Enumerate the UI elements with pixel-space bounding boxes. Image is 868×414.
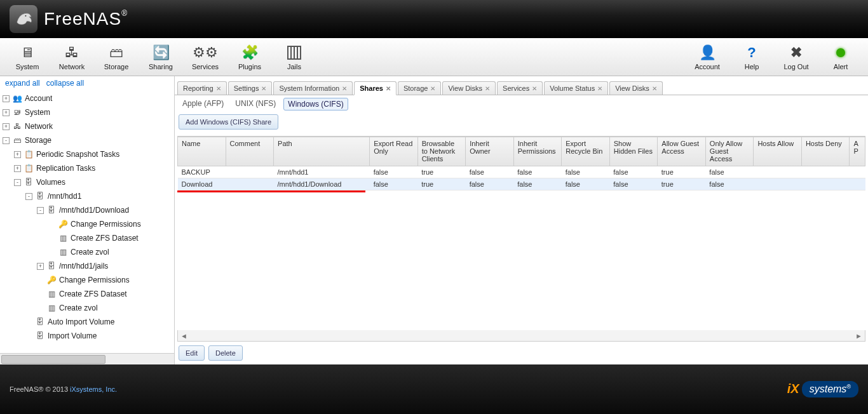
tab-view-disks[interactable]: View Disks✕ xyxy=(609,81,663,95)
tab-view-disks[interactable]: View Disks✕ xyxy=(442,81,496,95)
logout-button[interactable]: ✖Log Out xyxy=(774,41,818,74)
expand-icon[interactable]: + xyxy=(3,95,10,102)
jails-button[interactable]: Jails xyxy=(272,41,316,74)
tab-system-information[interactable]: System Information✕ xyxy=(273,81,353,95)
expand-icon[interactable]: + xyxy=(14,165,21,172)
tree-node[interactable]: ▥Create zvol xyxy=(3,245,174,259)
tree-node[interactable]: 🗄Auto Import Volume xyxy=(3,315,174,329)
tab-settings[interactable]: Settings✕ xyxy=(228,81,273,95)
column-header[interactable]: Hosts Allow xyxy=(754,137,802,166)
column-header[interactable]: Comment xyxy=(226,137,274,166)
column-header[interactable]: Inherit Permissions xyxy=(513,137,562,166)
column-header[interactable]: Inherit Owner xyxy=(466,137,514,166)
table-cell: true xyxy=(658,166,706,178)
tab-shares[interactable]: Shares✕ xyxy=(354,81,397,95)
tree-item-label: Replication Tasks xyxy=(36,164,95,173)
ixsystems-logo[interactable]: iX systems® xyxy=(787,381,858,397)
tree-node[interactable]: -🗃Storage xyxy=(3,133,174,147)
column-header[interactable]: Name xyxy=(178,137,226,166)
tree-node[interactable]: ▥Create ZFS Dataset xyxy=(3,287,174,301)
storage-button[interactable]: 🗃Storage xyxy=(94,41,139,74)
tree-node[interactable]: +📋Replication Tasks xyxy=(3,161,174,175)
column-header[interactable]: Path xyxy=(274,137,370,166)
tree-node[interactable]: +🖳System xyxy=(3,105,174,119)
table-row[interactable]: Download/mnt/hdd1/Downloadfalsetruefalse… xyxy=(178,178,865,190)
alert-button[interactable]: Alert xyxy=(818,41,863,74)
column-header[interactable]: Browsable to Network Clients xyxy=(417,137,466,166)
services-button[interactable]: ⚙⚙Services xyxy=(183,41,227,74)
close-icon[interactable]: ✕ xyxy=(652,85,657,92)
column-header[interactable]: Export Recycle Bin xyxy=(562,137,610,166)
expand-icon[interactable]: - xyxy=(25,193,32,200)
column-header[interactable]: Allow Guest Access xyxy=(658,137,706,166)
tree-item-icon: 🔑 xyxy=(58,220,68,229)
close-icon[interactable]: ✕ xyxy=(485,85,490,92)
expand-icon[interactable]: - xyxy=(3,137,10,144)
plugins-button[interactable]: 🧩Plugins xyxy=(227,41,272,74)
sidebar-scrollbar[interactable] xyxy=(0,353,174,364)
network-icon: 🖧 xyxy=(62,43,81,62)
close-icon[interactable]: ✕ xyxy=(342,85,347,92)
table-cell: true xyxy=(417,178,466,190)
subtab-unix-nfs-[interactable]: UNIX (NFS) xyxy=(231,98,280,110)
close-icon[interactable]: ✕ xyxy=(261,85,266,92)
sharing-button[interactable]: 🔄Sharing xyxy=(139,41,183,74)
tree-node[interactable]: ▥Create zvol xyxy=(3,301,174,315)
top-header: FreeNAS® xyxy=(0,0,868,38)
close-icon[interactable]: ✕ xyxy=(532,85,537,92)
expand-icon xyxy=(48,221,55,228)
scroll-left-icon[interactable]: ◄ xyxy=(180,332,187,340)
column-header[interactable]: Hosts Deny xyxy=(801,137,850,166)
close-icon[interactable]: ✕ xyxy=(216,85,221,92)
logout-icon: ✖ xyxy=(787,43,806,62)
grid-horizontal-scrollbar[interactable]: ◄ ► xyxy=(177,330,865,342)
help-button[interactable]: ?Help xyxy=(729,41,774,74)
expand-icon[interactable]: + xyxy=(3,123,10,130)
tree-node[interactable]: +👥Account xyxy=(3,91,174,105)
footer-company-link[interactable]: iXsystems, Inc. xyxy=(70,385,117,393)
network-button[interactable]: 🖧Network xyxy=(50,41,94,74)
table-row[interactable]: BACKUP/mnt/hdd1falsetruefalsefalsefalsef… xyxy=(178,166,865,178)
tree-node[interactable]: 🔑Change Permissions xyxy=(3,273,174,287)
tree-node[interactable]: -🗄/mnt/hdd1 xyxy=(3,189,174,203)
expand-all-link[interactable]: expand all xyxy=(5,79,40,88)
collapse-all-link[interactable]: collapse all xyxy=(46,79,84,88)
expand-icon[interactable]: + xyxy=(14,151,21,158)
tree-node[interactable]: 🗄Import Volume xyxy=(3,329,174,343)
tree-node[interactable]: -🗄/mnt/hdd1/Download xyxy=(3,203,174,217)
tree-item-label: Import Volume xyxy=(48,331,97,340)
subtab-windows-cifs-[interactable]: Windows (CIFS) xyxy=(283,98,348,110)
close-icon[interactable]: ✕ xyxy=(430,85,435,92)
tree-item-icon: 👥 xyxy=(12,94,22,103)
delete-button[interactable]: Delete xyxy=(208,345,243,361)
tree-node[interactable]: ▥Create ZFS Dataset xyxy=(3,231,174,245)
scroll-right-icon[interactable]: ► xyxy=(855,332,862,340)
expand-icon[interactable]: - xyxy=(14,179,21,186)
tree-node[interactable]: +🖧Network xyxy=(3,119,174,133)
column-header[interactable]: Show Hidden Files xyxy=(609,137,658,166)
edit-button[interactable]: Edit xyxy=(179,345,205,361)
tree-node[interactable]: +🗄/mnt/hdd1/jails xyxy=(3,259,174,273)
tree-node[interactable]: 🔑Change Permissions xyxy=(3,217,174,231)
expand-icon[interactable]: - xyxy=(37,207,44,214)
tree-node[interactable]: +📋Periodic Snapshot Tasks xyxy=(3,147,174,161)
tab-volume-status[interactable]: Volume Status✕ xyxy=(544,81,608,95)
close-icon[interactable]: ✕ xyxy=(386,85,391,92)
subtab-apple-afp-[interactable]: Apple (AFP) xyxy=(179,98,227,110)
table-cell: false xyxy=(513,166,562,178)
expand-icon[interactable]: + xyxy=(37,263,44,270)
main-pane: Reporting✕Settings✕System Information✕Sh… xyxy=(175,76,868,364)
account-button[interactable]: 👤Account xyxy=(685,41,729,74)
tab-services[interactable]: Services✕ xyxy=(497,81,543,95)
system-button[interactable]: 🖥System xyxy=(5,41,50,74)
expand-icon[interactable]: + xyxy=(3,109,10,116)
column-header[interactable]: Only Allow Guest Access xyxy=(705,137,754,166)
table-cell xyxy=(226,166,274,178)
tab-reporting[interactable]: Reporting✕ xyxy=(177,81,227,95)
tree-node[interactable]: -🗄Volumes xyxy=(3,175,174,189)
add-share-button[interactable]: Add Windows (CIFS) Share xyxy=(179,114,278,130)
column-header[interactable]: A P xyxy=(850,137,865,166)
column-header[interactable]: Export Read Only xyxy=(370,137,418,166)
tab-storage[interactable]: Storage✕ xyxy=(398,81,442,95)
close-icon[interactable]: ✕ xyxy=(597,85,602,92)
